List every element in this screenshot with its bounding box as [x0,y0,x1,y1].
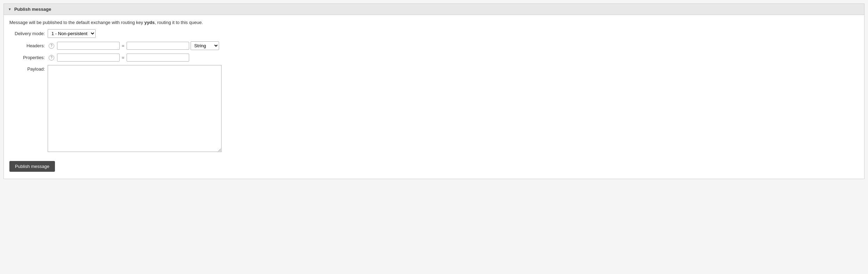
panel-title: Publish message [14,7,51,12]
routing-key: yyds [144,20,155,25]
payload-label: Payload: [9,65,48,72]
info-suffix: , routing it to this queue. [155,20,203,25]
headers-eq-sign: = [121,43,125,48]
chevron-icon: ▼ [8,7,11,11]
info-prefix: Message will be published to the default… [9,20,144,25]
delivery-mode-row: Delivery mode: 1 - Non-persistent 2 - Pe… [9,29,859,38]
panel-header[interactable]: ▼ Publish message [4,4,864,15]
publish-message-panel: ▼ Publish message Message will be publis… [3,3,865,179]
headers-inputs: = String Number Boolean [57,41,219,50]
panel-body: Message will be published to the default… [4,15,864,179]
properties-eq-sign: = [121,55,125,60]
info-text: Message will be published to the default… [9,20,859,25]
delivery-mode-select[interactable]: 1 - Non-persistent 2 - Persistent [48,29,96,38]
headers-help-icon[interactable]: ? [49,43,54,49]
properties-key-input[interactable] [57,54,120,62]
properties-inputs: = [57,54,189,62]
delivery-mode-label: Delivery mode: [9,31,48,36]
properties-row: Properties: ? = [9,54,859,62]
headers-key-input[interactable] [57,42,120,50]
properties-value-input[interactable] [127,54,189,62]
headers-row: Headers: ? = String Number Boolean [9,41,859,50]
publish-message-button[interactable]: Publish message [9,161,55,172]
button-row: Publish message [9,155,859,172]
properties-help-icon[interactable]: ? [49,55,54,61]
headers-type-select[interactable]: String Number Boolean [191,41,219,50]
properties-label: Properties: [9,55,48,60]
payload-textarea[interactable] [48,65,222,152]
payload-row: Payload: [9,65,859,152]
headers-label: Headers: [9,43,48,48]
headers-value-input[interactable] [127,42,189,50]
